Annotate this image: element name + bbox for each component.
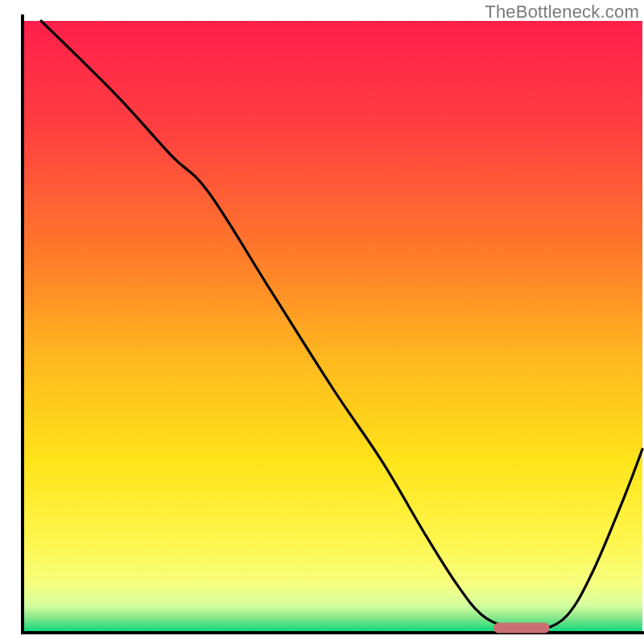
watermark-text: TheBottleneck.com [485,2,639,23]
plot-background [23,21,642,633]
optimal-range-marker [493,622,549,633]
bottleneck-chart [0,0,644,644]
chart-canvas: TheBottleneck.com [0,0,644,644]
